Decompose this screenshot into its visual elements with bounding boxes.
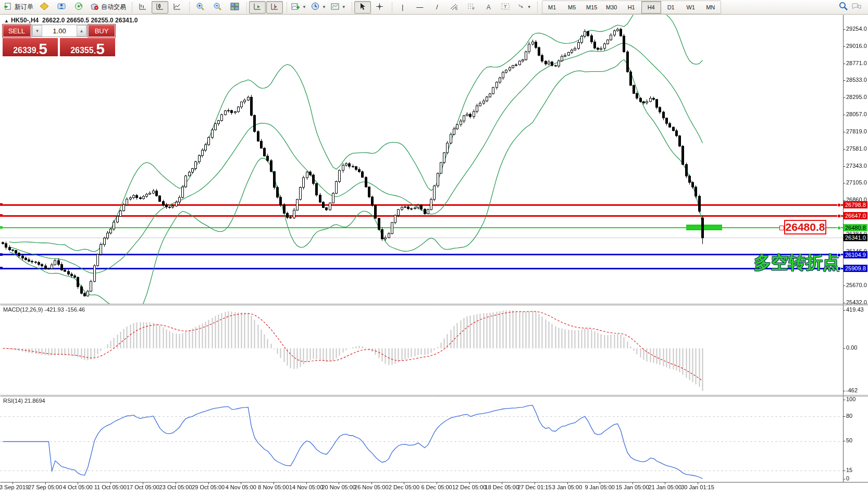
- volume-spinner: ▼ ▲: [32, 24, 87, 37]
- volume-input[interactable]: [42, 25, 77, 36]
- price-axis-tick: 28057.0: [846, 111, 867, 117]
- ohlc-label: 26622.0 26650.5 26255.0 26341.0: [42, 17, 138, 24]
- macd-axis-tick: 0.00: [846, 344, 857, 351]
- price-axis-tick: 25432.0: [846, 299, 867, 305]
- rsi-axis-tick: 50: [846, 437, 852, 443]
- buy-price-tile[interactable]: 26355.5: [60, 38, 115, 56]
- sell-price-dec: 5: [39, 42, 47, 56]
- rsi-axis-tick: 100: [846, 396, 855, 402]
- current-price-badge: 26341.0: [844, 234, 867, 241]
- price-level-badge: 26798.8: [844, 201, 867, 208]
- rsi-axis-tick: 15: [846, 467, 852, 473]
- level-line-handle[interactable]: [0, 267, 3, 269]
- price-axis-tick: 27819.0: [846, 128, 867, 134]
- macd-axis-tick: 419.43: [846, 306, 864, 313]
- level-line-handle[interactable]: [837, 226, 841, 230]
- level-line-handle[interactable]: [837, 253, 841, 257]
- price-level-badge: 25909.8: [844, 265, 867, 272]
- price-axis-tick: 27343.0: [846, 163, 867, 169]
- chart-title: ▲HK50-,H4 26622.0 26650.5 26255.0 26341.…: [4, 17, 138, 24]
- price-level-badge: 26647.0: [844, 212, 867, 219]
- price-level-badge: 26480.8: [844, 224, 867, 231]
- price-annotation-box[interactable]: 26480.8: [784, 220, 826, 234]
- rsi-axis-tick: 0: [846, 475, 849, 481]
- chart-canvas[interactable]: [0, 0, 868, 495]
- green-line-handle[interactable]: [779, 226, 784, 230]
- macd-label: MACD(12,26,9) -421.93 -156.46: [3, 306, 85, 313]
- price-axis-tick: 29016.0: [846, 43, 867, 49]
- level-line-handle[interactable]: [0, 214, 3, 217]
- buy-price-dec: 5: [96, 42, 105, 56]
- price-axis-tick: 27105.0: [846, 179, 867, 185]
- volume-increase-button[interactable]: ▲: [77, 25, 86, 36]
- level-line-handle[interactable]: [837, 214, 841, 218]
- sell-price-tile[interactable]: 26339.5: [3, 38, 58, 56]
- time-axis-label: 30 Jan 01:15: [674, 484, 721, 490]
- symbol-period-label: HK50-,H4: [11, 17, 39, 24]
- price-level-badge: 26104.9: [844, 251, 867, 258]
- cn-turning-point-label[interactable]: 多空转折点: [719, 251, 840, 275]
- rsi-label: RSI(14) 21.8694: [3, 398, 45, 404]
- mt4-window: 新订单 自动交易: [0, 0, 868, 495]
- rsi-axis-tick: 80: [846, 413, 852, 419]
- buy-price-int: 26355: [70, 45, 94, 56]
- price-axis-tick: 27581.0: [846, 145, 867, 152]
- price-axis-tick: 28533.0: [846, 77, 867, 83]
- price-axis-tick: 28295.0: [846, 94, 867, 100]
- price-axis-tick: 29254.0: [846, 26, 867, 32]
- level-line-handle[interactable]: [837, 203, 841, 207]
- price-axis-tick: 25670.0: [846, 282, 867, 288]
- level-line-handle[interactable]: [0, 203, 3, 206]
- level-line-handle[interactable]: [837, 267, 841, 270]
- one-click-collapse-icon[interactable]: ▲: [4, 18, 9, 23]
- price-axis-tick: 28771.0: [846, 60, 867, 66]
- one-click-trading-panel: SELL ▼ ▲ BUY 26339.5 26355.5: [3, 24, 115, 56]
- buy-button[interactable]: BUY: [88, 24, 115, 37]
- macd-axis-tick: -462: [846, 387, 858, 393]
- chart-area[interactable]: ▲HK50-,H4 26622.0 26650.5 26255.0 26341.…: [0, 15, 868, 495]
- level-line-handle[interactable]: [0, 253, 3, 256]
- level-line-handle[interactable]: [0, 226, 3, 229]
- volume-decrease-button[interactable]: ▼: [32, 25, 42, 36]
- sell-price-int: 26339: [13, 45, 36, 56]
- sell-button[interactable]: SELL: [3, 24, 31, 37]
